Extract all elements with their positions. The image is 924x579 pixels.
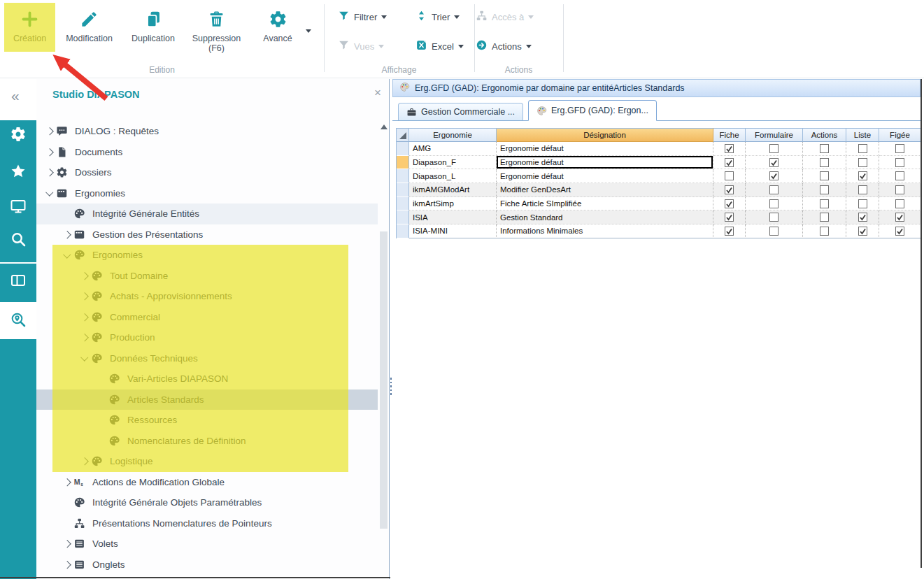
row-header[interactable] — [397, 224, 409, 238]
checkbox-figee[interactable] — [879, 183, 921, 197]
checkbox-actions[interactable] — [803, 156, 846, 170]
chevron-right-icon[interactable] — [78, 335, 91, 341]
cell-ergonomie[interactable]: ikmArtSimp — [409, 197, 497, 211]
checkbox-fiche[interactable] — [713, 169, 746, 183]
tree-item-ergonomies[interactable]: Ergonomies — [36, 183, 378, 204]
checkbox-fiche[interactable] — [713, 197, 746, 211]
chevron-down-icon[interactable] — [43, 192, 56, 195]
cell-ergonomie[interactable]: Diapason_F — [409, 156, 497, 170]
checkbox-actions[interactable] — [803, 210, 846, 224]
ribbon-button-suppression[interactable]: Suppression(F6) — [183, 1, 250, 53]
activity-item-search[interactable] — [0, 224, 36, 257]
checkbox-liste[interactable] — [846, 183, 879, 197]
column-header-ergonomie[interactable]: Ergonomie — [409, 128, 497, 142]
checkbox-formulaire[interactable] — [746, 169, 803, 183]
tree-item-vari-articles-diapason[interactable]: Vari-Articles DIAPASON — [36, 369, 378, 389]
tree-item-donnees-techniques[interactable]: Données Techniques — [36, 348, 378, 369]
checkbox-figee[interactable] — [879, 156, 921, 170]
chevron-right-icon[interactable] — [61, 541, 73, 547]
ribbon-button-trier[interactable]: Trier — [415, 10, 460, 24]
chevron-right-icon[interactable] — [61, 232, 73, 238]
checkbox-actions[interactable] — [803, 142, 846, 156]
cell-ergonomie[interactable]: AMG — [409, 142, 497, 156]
tree-item-logistique[interactable]: Logistique — [36, 451, 378, 472]
checkbox-liste[interactable] — [846, 197, 879, 211]
checkbox-formulaire[interactable] — [746, 224, 803, 238]
row-header[interactable] — [397, 169, 409, 183]
column-header-formulaire[interactable]: Formulaire — [746, 128, 803, 142]
chevron-right-icon[interactable] — [78, 459, 91, 464]
chevron-down-icon[interactable] — [78, 357, 91, 360]
row-header[interactable] — [397, 183, 409, 197]
cell-ergonomie[interactable]: Diapason_L — [409, 169, 497, 183]
activity-item-search-pin[interactable] — [0, 302, 36, 339]
row-header[interactable] — [397, 142, 409, 156]
checkbox-fiche[interactable] — [713, 210, 746, 224]
tree-scrollbar[interactable] — [379, 121, 388, 579]
tree-item-nomenclatures-de-definition[interactable]: Nomenclatures de Définition — [36, 431, 378, 452]
tree-item-onglets[interactable]: Onglets — [36, 555, 378, 576]
checkbox-formulaire[interactable] — [746, 183, 803, 197]
cell-ergonomie[interactable]: ISIA-MINI — [409, 224, 497, 238]
ribbon-button-filtrer[interactable]: Filtrer — [338, 10, 387, 24]
checkbox-liste[interactable] — [846, 210, 879, 224]
cell-designation[interactable]: Gestion Standard — [497, 210, 713, 224]
ribbon-button-avance[interactable]: Avancé — [250, 1, 306, 53]
checkbox-actions[interactable] — [803, 169, 846, 183]
checkbox-liste[interactable] — [846, 169, 879, 183]
tree-item-articles-standards[interactable]: Articles Standards — [36, 389, 378, 410]
grid-corner-cell[interactable] — [397, 128, 409, 142]
chevron-right-icon[interactable] — [78, 315, 91, 320]
cell-ergonomie[interactable]: ikmAMGModArt — [409, 183, 497, 197]
tree-item-ressources[interactable]: Ressources — [36, 410, 378, 431]
chevron-right-icon[interactable] — [61, 480, 73, 485]
tree-item-tout-domaine[interactable]: Tout Domaine — [36, 266, 378, 287]
ribbon-button-excel[interactable]: Excel — [415, 39, 464, 53]
tab-erg-gfd-gad-ergon[interactable]: Erg.GFD (GAD): Ergon... — [528, 100, 657, 121]
column-header-designation[interactable]: Désignation — [497, 128, 713, 142]
cell-designation[interactable]: Informations Minimales — [497, 224, 713, 238]
checkbox-actions[interactable] — [803, 183, 846, 197]
checkbox-figee[interactable] — [879, 169, 921, 183]
tree-item-production[interactable]: Production — [36, 327, 378, 348]
checkbox-fiche[interactable] — [713, 156, 746, 170]
cell-designation[interactable]: Ergonomie défaut — [497, 169, 713, 183]
checkbox-fiche[interactable] — [713, 142, 746, 156]
row-header[interactable] — [397, 210, 409, 224]
activity-item-wheel[interactable] — [0, 119, 36, 152]
cell-designation[interactable]: Fiche Article SImplifiée — [497, 197, 713, 211]
tree-item-dossiers[interactable]: Dossiers — [36, 162, 378, 183]
tree-item-actions-de-modification-globale[interactable]: Ms Actions de Modification Globale — [36, 472, 378, 493]
ribbon-button-modification[interactable]: Modification — [55, 1, 123, 53]
chevron-right-icon[interactable] — [43, 129, 56, 134]
checkbox-liste[interactable] — [846, 156, 879, 170]
cell-designation[interactable]: Ergonomie défaut — [497, 156, 713, 170]
row-header[interactable] — [397, 156, 409, 170]
tree-item-gestion-des-presentations[interactable]: Gestion des Présentations — [36, 224, 378, 245]
tree-item-ergonomies[interactable]: Ergonomies — [36, 245, 378, 266]
tree-item-presentations-nomenclatures-de-pointeurs[interactable]: Présentations Nomenclatures de Pointeurs — [36, 513, 378, 534]
ribbon-button-creation[interactable]: Création — [4, 1, 55, 53]
checkbox-figee[interactable] — [879, 142, 921, 156]
checkbox-fiche[interactable] — [713, 183, 746, 197]
checkbox-formulaire[interactable] — [746, 210, 803, 224]
activity-item-columns[interactable] — [0, 265, 36, 299]
chevron-right-icon[interactable] — [78, 273, 91, 279]
column-header-liste[interactable]: Liste — [846, 128, 879, 142]
tree-item-volets[interactable]: Volets — [36, 534, 378, 555]
checkbox-figee[interactable] — [879, 197, 921, 211]
checkbox-actions[interactable] — [803, 197, 846, 211]
checkbox-figee[interactable] — [879, 210, 921, 224]
chevron-right-icon[interactable] — [61, 562, 73, 568]
activity-item-monitor[interactable] — [0, 191, 36, 224]
close-icon[interactable]: × — [374, 86, 381, 100]
chevron-right-icon[interactable] — [78, 294, 91, 299]
checkbox-liste[interactable] — [846, 224, 879, 238]
column-header-figee[interactable]: Figée — [879, 128, 921, 142]
chevron-down-icon[interactable] — [61, 254, 73, 257]
tree-item-documents[interactable]: Documents — [36, 142, 378, 163]
column-header-actions[interactable]: Actions — [803, 128, 846, 142]
scroll-up-icon[interactable] — [381, 124, 388, 129]
checkbox-fiche[interactable] — [713, 224, 746, 238]
activity-item-star[interactable] — [0, 156, 36, 190]
